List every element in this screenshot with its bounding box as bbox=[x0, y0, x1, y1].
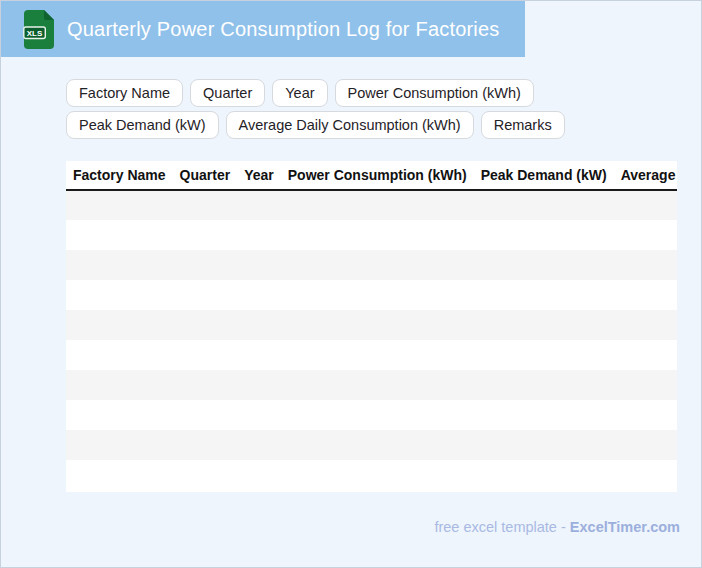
xls-file-icon: XLS bbox=[23, 10, 54, 49]
table-cell bbox=[614, 340, 677, 370]
template-table: Factory Name Quarter Year Power Consumpt… bbox=[66, 161, 677, 490]
column-chip[interactable]: Year bbox=[272, 79, 327, 107]
footer-text: free excel template - bbox=[434, 519, 569, 535]
table-cell bbox=[474, 340, 614, 370]
table-row bbox=[66, 400, 677, 430]
table-cell bbox=[66, 280, 173, 310]
template-table-container[interactable]: Factory Name Quarter Year Power Consumpt… bbox=[66, 161, 677, 492]
column-chip[interactable]: Remarks bbox=[481, 111, 565, 139]
table-row bbox=[66, 190, 677, 220]
column-chip[interactable]: Peak Demand (kW) bbox=[66, 111, 219, 139]
table-cell bbox=[237, 430, 281, 460]
table-cell bbox=[66, 340, 173, 370]
table-header-cell: Quarter bbox=[173, 161, 238, 190]
table-header-cell: Peak Demand (kW) bbox=[474, 161, 614, 190]
table-body bbox=[66, 190, 677, 490]
table-row bbox=[66, 430, 677, 460]
table-cell bbox=[66, 430, 173, 460]
template-preview-page: { "colors": { "page_background": "#eef5f… bbox=[0, 0, 702, 568]
table-cell bbox=[281, 460, 474, 490]
table-cell bbox=[237, 250, 281, 280]
table-cell bbox=[173, 460, 238, 490]
table-cell bbox=[474, 430, 614, 460]
table-cell bbox=[474, 280, 614, 310]
footer: free excel template - ExcelTimer.com bbox=[434, 519, 680, 535]
table-cell bbox=[281, 370, 474, 400]
header-bar: XLS Quarterly Power Consumption Log for … bbox=[1, 1, 525, 57]
column-chip[interactable]: Factory Name bbox=[66, 79, 183, 107]
column-chip[interactable]: Power Consumption (kWh) bbox=[335, 79, 534, 107]
table-cell bbox=[614, 190, 677, 220]
footer-brand-link[interactable]: ExcelTimer.com bbox=[570, 519, 680, 535]
table-header-cell: Power Consumption (kWh) bbox=[281, 161, 474, 190]
table-cell bbox=[237, 340, 281, 370]
column-chip[interactable]: Quarter bbox=[190, 79, 265, 107]
table-cell bbox=[474, 250, 614, 280]
table-cell bbox=[281, 310, 474, 340]
table-cell bbox=[173, 430, 238, 460]
table-cell bbox=[614, 310, 677, 340]
table-cell bbox=[66, 460, 173, 490]
table-cell bbox=[66, 370, 173, 400]
table-cell bbox=[66, 310, 173, 340]
table-row bbox=[66, 460, 677, 490]
table-row bbox=[66, 250, 677, 280]
table-cell bbox=[173, 340, 238, 370]
table-cell bbox=[614, 430, 677, 460]
table-cell bbox=[173, 250, 238, 280]
table-cell bbox=[474, 370, 614, 400]
table-cell bbox=[66, 400, 173, 430]
table-cell bbox=[614, 220, 677, 250]
table-cell bbox=[474, 220, 614, 250]
table-cell bbox=[281, 340, 474, 370]
table-row bbox=[66, 310, 677, 340]
table-cell bbox=[66, 250, 173, 280]
page-title: Quarterly Power Consumption Log for Fact… bbox=[67, 18, 500, 41]
table-cell bbox=[237, 280, 281, 310]
table-cell bbox=[237, 220, 281, 250]
table-cell bbox=[237, 310, 281, 340]
table-cell bbox=[173, 190, 238, 220]
table-header-cell: Year bbox=[237, 161, 281, 190]
table-cell bbox=[474, 310, 614, 340]
table-cell bbox=[474, 460, 614, 490]
table-cell bbox=[237, 190, 281, 220]
column-chip-list: Factory Name Quarter Year Power Consumpt… bbox=[66, 79, 678, 139]
column-chip[interactable]: Average Daily Consumption (kWh) bbox=[226, 111, 474, 139]
table-header-row: Factory Name Quarter Year Power Consumpt… bbox=[66, 161, 677, 190]
table-cell bbox=[281, 280, 474, 310]
table-cell bbox=[281, 250, 474, 280]
table-cell bbox=[474, 400, 614, 430]
table-cell bbox=[66, 190, 173, 220]
table-cell bbox=[237, 370, 281, 400]
table-row bbox=[66, 340, 677, 370]
table-cell bbox=[173, 220, 238, 250]
table-cell bbox=[614, 280, 677, 310]
table-row bbox=[66, 220, 677, 250]
table-cell bbox=[66, 220, 173, 250]
table-row bbox=[66, 280, 677, 310]
table-cell bbox=[237, 460, 281, 490]
table-cell bbox=[281, 190, 474, 220]
table-header-cell: Average Daily Consumption (kWh) bbox=[614, 161, 677, 190]
table-cell bbox=[614, 370, 677, 400]
table-cell bbox=[173, 400, 238, 430]
svg-text:XLS: XLS bbox=[27, 28, 43, 37]
table-cell bbox=[614, 400, 677, 430]
table-cell bbox=[173, 280, 238, 310]
table-row bbox=[66, 370, 677, 400]
table-cell bbox=[281, 220, 474, 250]
table-cell bbox=[614, 250, 677, 280]
table-cell bbox=[614, 460, 677, 490]
table-header-cell: Factory Name bbox=[66, 161, 173, 190]
table-cell bbox=[474, 190, 614, 220]
table-cell bbox=[237, 400, 281, 430]
table-cell bbox=[173, 370, 238, 400]
table-cell bbox=[173, 310, 238, 340]
table-cell bbox=[281, 430, 474, 460]
table-cell bbox=[281, 400, 474, 430]
